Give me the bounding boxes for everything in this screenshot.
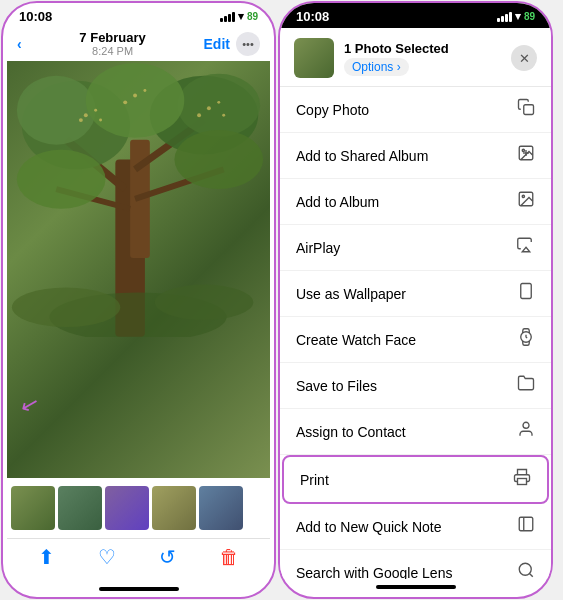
thumb-2[interactable] bbox=[58, 486, 102, 530]
svg-point-7 bbox=[17, 76, 96, 145]
airplay-label: AirPlay bbox=[296, 240, 340, 256]
svg-point-11 bbox=[174, 130, 263, 189]
left-status-icons: ▾ 89 bbox=[220, 10, 258, 23]
thumb-5[interactable] bbox=[199, 486, 243, 530]
left-home-bar bbox=[99, 587, 179, 591]
copy-photo-icon bbox=[517, 98, 535, 121]
signal-bar-4 bbox=[232, 12, 235, 22]
left-status-bar: 10:08 ▾ 89 bbox=[3, 3, 274, 24]
plant-svg bbox=[7, 61, 270, 337]
quick-note-label: Add to New Quick Note bbox=[296, 519, 442, 535]
more-icon: ••• bbox=[242, 38, 254, 50]
add-album-icon bbox=[517, 190, 535, 213]
thumbnail-strip bbox=[7, 486, 270, 530]
menu-quick-note[interactable]: Add to New Quick Note bbox=[280, 504, 551, 550]
signal-bar-r2 bbox=[501, 16, 504, 22]
menu-copy-photo[interactable]: Copy Photo bbox=[280, 87, 551, 133]
more-button[interactable]: ••• bbox=[236, 32, 260, 56]
add-album-label: Add to Album bbox=[296, 194, 379, 210]
menu-save-files[interactable]: Save to Files bbox=[280, 363, 551, 409]
header-date: 7 February bbox=[79, 30, 145, 45]
signal-bar-2 bbox=[224, 16, 227, 22]
thumb-4[interactable] bbox=[152, 486, 196, 530]
svg-marker-34 bbox=[522, 247, 530, 252]
wallpaper-label: Use as Wallpaper bbox=[296, 286, 406, 302]
svg-point-9 bbox=[177, 74, 260, 137]
menu-assign-contact[interactable]: Assign to Contact bbox=[280, 409, 551, 455]
menu-wallpaper[interactable]: Use as Wallpaper bbox=[280, 271, 551, 317]
trash-button[interactable]: 🗑 bbox=[219, 546, 239, 569]
adjust-button[interactable]: ↺ bbox=[159, 545, 176, 569]
svg-line-43 bbox=[529, 573, 532, 576]
svg-point-22 bbox=[143, 89, 146, 92]
edit-button[interactable]: Edit bbox=[204, 36, 230, 52]
wifi-icon-left: ▾ bbox=[238, 10, 244, 23]
svg-point-21 bbox=[133, 94, 137, 98]
add-shared-album-label: Add to Shared Album bbox=[296, 148, 428, 164]
svg-point-33 bbox=[522, 195, 524, 197]
signal-bar-r4 bbox=[509, 12, 512, 22]
signal-bar-r3 bbox=[505, 14, 508, 22]
thumb-1[interactable] bbox=[11, 486, 55, 530]
back-button[interactable]: ‹ bbox=[17, 36, 22, 52]
wifi-icon-right: ▾ bbox=[515, 10, 521, 23]
battery-left: 89 bbox=[247, 11, 258, 22]
left-time: 10:08 bbox=[19, 9, 52, 24]
svg-point-20 bbox=[222, 114, 225, 117]
svg-point-14 bbox=[94, 109, 97, 112]
left-phone: 10:08 ▾ 89 ‹ 7 February 8:24 PM bbox=[1, 1, 276, 599]
assign-contact-label: Assign to Contact bbox=[296, 424, 406, 440]
share-title-area: 1 Photo Selected Options › bbox=[344, 41, 501, 76]
svg-point-13 bbox=[84, 113, 88, 117]
menu-google-lens[interactable]: Search with Google Lens bbox=[280, 550, 551, 579]
menu-airplay[interactable]: AirPlay bbox=[280, 225, 551, 271]
menu-watch-face[interactable]: Create Watch Face bbox=[280, 317, 551, 363]
options-button[interactable]: Options › bbox=[344, 58, 409, 76]
left-header: ‹ 7 February 8:24 PM Edit ••• bbox=[3, 24, 274, 61]
svg-rect-27 bbox=[524, 105, 534, 115]
airplay-icon bbox=[517, 236, 535, 259]
svg-point-17 bbox=[207, 106, 211, 110]
watch-face-label: Create Watch Face bbox=[296, 332, 416, 348]
heart-button[interactable]: ♡ bbox=[98, 545, 116, 569]
svg-point-15 bbox=[79, 118, 83, 122]
quick-note-icon bbox=[517, 515, 535, 538]
svg-point-42 bbox=[519, 563, 531, 575]
close-button[interactable]: ✕ bbox=[511, 45, 537, 71]
menu-list: Copy Photo Add to Shared Album Add to Al… bbox=[280, 87, 551, 579]
print-label: Print bbox=[300, 472, 329, 488]
header-center: 7 February 8:24 PM bbox=[79, 30, 145, 57]
svg-point-23 bbox=[123, 100, 127, 104]
svg-point-12 bbox=[86, 63, 184, 138]
thumb-3[interactable] bbox=[105, 486, 149, 530]
svg-point-26 bbox=[155, 285, 253, 320]
google-lens-icon bbox=[517, 561, 535, 579]
right-status-icons: ▾ 89 bbox=[497, 10, 535, 23]
menu-add-shared-album[interactable]: Add to Shared Album bbox=[280, 133, 551, 179]
battery-right: 89 bbox=[524, 11, 535, 22]
menu-print[interactable]: Print bbox=[282, 455, 549, 504]
phones-container: 10:08 ▾ 89 ‹ 7 February 8:24 PM bbox=[0, 0, 563, 600]
signal-bar-1 bbox=[220, 18, 223, 22]
right-phone: 10:08 ▾ 89 1 Photo Selected bbox=[278, 1, 553, 599]
svg-point-29 bbox=[522, 149, 524, 151]
svg-point-10 bbox=[17, 150, 106, 209]
share-button[interactable]: ⬆ bbox=[38, 545, 55, 569]
print-icon bbox=[513, 468, 531, 491]
watch-face-icon bbox=[517, 328, 535, 351]
main-photo bbox=[7, 61, 270, 478]
signal-bar-3 bbox=[228, 14, 231, 22]
assign-contact-icon bbox=[517, 420, 535, 443]
header-time: 8:24 PM bbox=[79, 45, 145, 57]
svg-point-18 bbox=[217, 101, 220, 104]
svg-point-19 bbox=[197, 113, 201, 117]
google-lens-label: Search with Google Lens bbox=[296, 565, 452, 580]
wallpaper-icon bbox=[517, 282, 535, 305]
action-bar: ⬆ ♡ ↺ 🗑 bbox=[7, 538, 270, 579]
svg-point-16 bbox=[99, 119, 102, 122]
signal-bar-r1 bbox=[497, 18, 500, 22]
menu-add-album[interactable]: Add to Album bbox=[280, 179, 551, 225]
svg-rect-35 bbox=[521, 284, 532, 299]
share-sheet: 1 Photo Selected Options › ✕ Copy Photo bbox=[280, 28, 551, 579]
svg-rect-39 bbox=[518, 479, 527, 485]
